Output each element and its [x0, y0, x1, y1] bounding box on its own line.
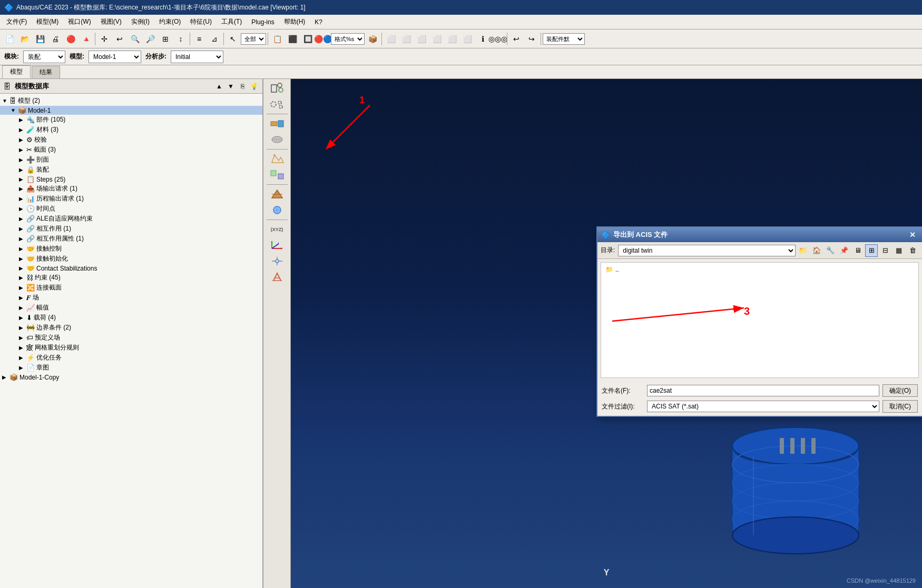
tree-expand-24[interactable]: ▶ [19, 335, 26, 341]
file-item-parent[interactable]: 📁 .. [603, 265, 916, 274]
dialog-close-button[interactable]: ✕ [907, 230, 918, 240]
toolbar-btn20[interactable]: 🔴🔵 [316, 32, 330, 46]
menu-tools[interactable]: 工具(T) [217, 16, 246, 27]
tree-item-27[interactable]: ▶📄章图 [0, 363, 262, 373]
tree-item-26[interactable]: ▶⚡优化任务 [0, 353, 262, 363]
side-btn-5[interactable] [266, 152, 289, 166]
toolbar-btn17[interactable]: 📋 [270, 32, 285, 46]
menu-model[interactable]: 模型(M) [32, 16, 63, 27]
toolbar-btn23[interactable]: ⬜ [384, 32, 398, 46]
menu-plugins[interactable]: Plug-ins [247, 17, 278, 27]
side-btn-2[interactable] [266, 97, 289, 112]
tree-expand-20[interactable]: ▶ [19, 295, 26, 301]
module-dropdown[interactable]: 装配 [23, 51, 65, 63]
toolbar-btn31[interactable]: ↩ [509, 32, 524, 46]
dialog-file-area[interactable]: 📁 .. [601, 262, 919, 378]
cancel-button[interactable]: 取消(C) [882, 400, 918, 413]
tree-expand-18[interactable]: ▶ [19, 275, 26, 281]
step-dropdown[interactable]: Initial [171, 51, 223, 63]
menu-help[interactable]: 帮助(H) [280, 16, 310, 27]
side-btn-6[interactable] [266, 167, 289, 182]
toolbar-btn32[interactable]: ↪ [524, 32, 539, 46]
tree-item-0[interactable]: ▼🗄模型 (2) [0, 96, 262, 106]
menu-instance[interactable]: 实例(I) [127, 16, 154, 27]
panel-up-btn[interactable]: ▲ [214, 81, 224, 92]
tree-expand-7[interactable]: ▶ [19, 167, 26, 173]
side-btn-1[interactable] [266, 81, 289, 96]
panel-copy-btn[interactable]: ⎘ [237, 81, 248, 92]
tree-expand-13[interactable]: ▶ [19, 226, 26, 232]
side-btn-7[interactable] [266, 187, 289, 202]
menu-view[interactable]: 视图(V) [96, 16, 126, 27]
sort-button[interactable]: ↕ [173, 32, 188, 46]
dialog-path-select[interactable]: digital twin [618, 245, 796, 256]
tree-item-7[interactable]: ▶🔒装配 [0, 165, 262, 175]
tab-results[interactable]: 结果 [32, 66, 60, 78]
side-btn-10[interactable] [266, 270, 289, 284]
tree-expand-12[interactable]: ▶ [19, 216, 26, 222]
tree-item-16[interactable]: ▶🤝接触初始化 [0, 254, 262, 264]
tree-expand-21[interactable]: ▶ [19, 305, 26, 311]
toolbar-btn25[interactable]: ⬜ [414, 32, 429, 46]
menu-constraint[interactable]: 约束(O) [155, 16, 185, 27]
zoom-out-button[interactable]: 🔎 [143, 32, 158, 46]
tree-expand-23[interactable]: ▶ [19, 325, 26, 331]
viewport[interactable]: Y CSDN @weixin_44815129 1 🔷 导出到 ACIS 文件 … [291, 79, 922, 588]
tree-expand-11[interactable]: ▶ [19, 206, 26, 212]
panel-filter-btn[interactable]: 💡 [249, 81, 259, 92]
tree-item-5[interactable]: ▶✂截面 (3) [0, 145, 262, 155]
tree-expand-17[interactable]: ▶ [19, 265, 26, 271]
tree-item-21[interactable]: ▶📈幅值 [0, 303, 262, 313]
panel-down-btn[interactable]: ▼ [225, 81, 236, 92]
tree-item-8[interactable]: ▶📋Steps (25) [0, 175, 262, 184]
tab-model[interactable]: 模型 [2, 65, 31, 78]
tree-expand-6[interactable]: ▶ [19, 157, 26, 163]
model-dropdown[interactable]: Model-1 [89, 51, 141, 63]
format-dropdown[interactable]: 格式%s [331, 33, 365, 45]
toolbar-btn14[interactable]: ⊿ [207, 32, 222, 46]
menu-viewport[interactable]: 视口(W) [64, 16, 95, 27]
tree-item-22[interactable]: ▶⬇载荷 (4) [0, 313, 262, 323]
tree-expand-19[interactable]: ▶ [19, 285, 26, 291]
tree-item-9[interactable]: ▶📤场输出请求 (1) [0, 184, 262, 194]
open-button[interactable]: 📂 [17, 32, 32, 46]
tree-expand-16[interactable]: ▶ [19, 256, 26, 262]
zoom-in-button[interactable]: 🔍 [127, 32, 142, 46]
dialog-home-btn[interactable]: 🏠 [810, 244, 823, 257]
filename-input[interactable] [647, 385, 879, 396]
tree-item-12[interactable]: ▶🔗ALE自适应网格约束 [0, 214, 262, 224]
tree-expand-28[interactable]: ▶ [2, 374, 9, 380]
dialog-delete-btn[interactable]: 🗑 [906, 244, 919, 257]
tree-expand-3[interactable]: ▶ [19, 127, 26, 133]
tree-expand-4[interactable]: ▶ [19, 137, 26, 143]
menu-file[interactable]: 文件(F) [2, 16, 31, 27]
toolbar-btn30[interactable]: ◎◎◎ [491, 32, 505, 46]
side-btn-9[interactable] [266, 254, 289, 268]
toolbar-btn26[interactable]: ⬜ [429, 32, 444, 46]
select-button[interactable]: ↖ [225, 32, 240, 46]
tree-expand-15[interactable]: ▶ [19, 246, 26, 252]
tree-item-18[interactable]: ▶⛓约束 (45) [0, 273, 262, 283]
tree-item-4[interactable]: ▶⚙校验 [0, 135, 262, 145]
tree-item-20[interactable]: ▶𝑭场 [0, 293, 262, 303]
select-mode-dropdown[interactable]: 全部 [241, 33, 266, 45]
toolbar-btn24[interactable]: ⬜ [399, 32, 414, 46]
dialog-network-btn[interactable]: 🖥 [851, 244, 864, 257]
side-btn-3[interactable] [266, 116, 289, 131]
menu-feature[interactable]: 特征(U) [186, 16, 216, 27]
ok-button[interactable]: 确定(O) [882, 384, 918, 397]
dialog-view-details-btn[interactable]: ▦ [892, 244, 905, 257]
tree-expand-1[interactable]: ▼ [11, 107, 18, 113]
print-button[interactable]: 🖨 [48, 32, 63, 46]
toolbar-btn18[interactable]: ⬛ [285, 32, 300, 46]
dialog-view-icons-btn[interactable]: ⊟ [879, 244, 891, 257]
save-button[interactable]: 💾 [33, 32, 47, 46]
tree-item-13[interactable]: ▶🔗相互作用 (1) [0, 224, 262, 234]
toolbar-btn6[interactable]: 🔺 [79, 32, 93, 46]
undo-button[interactable]: ↩ [112, 32, 127, 46]
dialog-bookmark-btn[interactable]: 📌 [838, 244, 850, 257]
tree-item-19[interactable]: ▶🔀连接截面 [0, 283, 262, 293]
config-dropdown[interactable]: 装配件默 [543, 33, 585, 45]
toolbar-btn29[interactable]: ℹ [475, 32, 490, 46]
menu-k[interactable]: K? [310, 17, 327, 27]
